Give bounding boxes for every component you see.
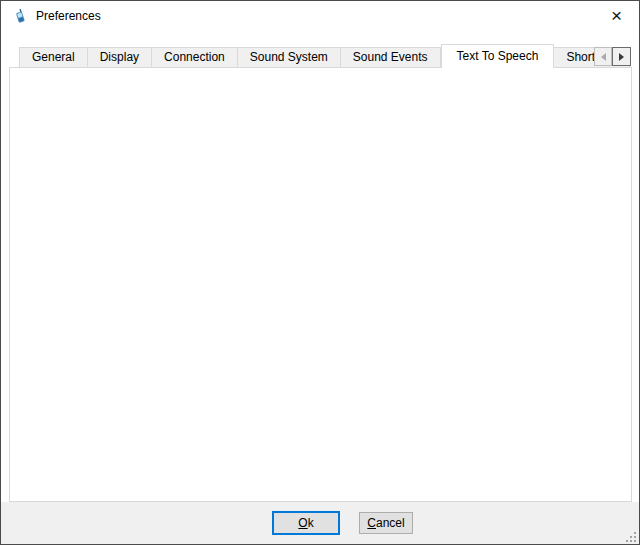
tab-display[interactable]: Display bbox=[88, 47, 152, 68]
tab-sound-system[interactable]: Sound System bbox=[238, 47, 341, 68]
titlebar: Preferences × bbox=[1, 1, 639, 31]
tab-general[interactable]: General bbox=[19, 47, 88, 68]
window-title: Preferences bbox=[36, 9, 101, 23]
tab-connection[interactable]: Connection bbox=[152, 47, 238, 68]
tab-scroll-left-icon bbox=[601, 53, 606, 61]
label-part: ancel bbox=[376, 516, 405, 530]
ok-button[interactable]: Ok bbox=[272, 511, 340, 535]
resize-grip[interactable] bbox=[626, 532, 636, 542]
label-part: O bbox=[298, 516, 307, 530]
app-icon bbox=[12, 8, 28, 24]
tab-page bbox=[9, 67, 632, 502]
tab-strip: General Display Connection Sound System … bbox=[19, 44, 631, 68]
tab-scroll-right-button[interactable] bbox=[612, 47, 631, 66]
preferences-dialog: Preferences × General Display Connection… bbox=[0, 0, 640, 545]
label-part: C bbox=[367, 516, 376, 530]
tab-sound-events[interactable]: Sound Events bbox=[341, 47, 441, 68]
tab-scroll-right-icon bbox=[619, 53, 624, 61]
label-part: k bbox=[308, 516, 314, 530]
cancel-button[interactable]: Cancel bbox=[359, 512, 413, 534]
tab-text-to-speech[interactable]: Text To Speech bbox=[441, 44, 555, 68]
dialog-footer: Ok Cancel bbox=[1, 502, 639, 545]
tab-scroll-left-button[interactable] bbox=[594, 47, 612, 66]
close-icon[interactable]: × bbox=[594, 1, 639, 31]
